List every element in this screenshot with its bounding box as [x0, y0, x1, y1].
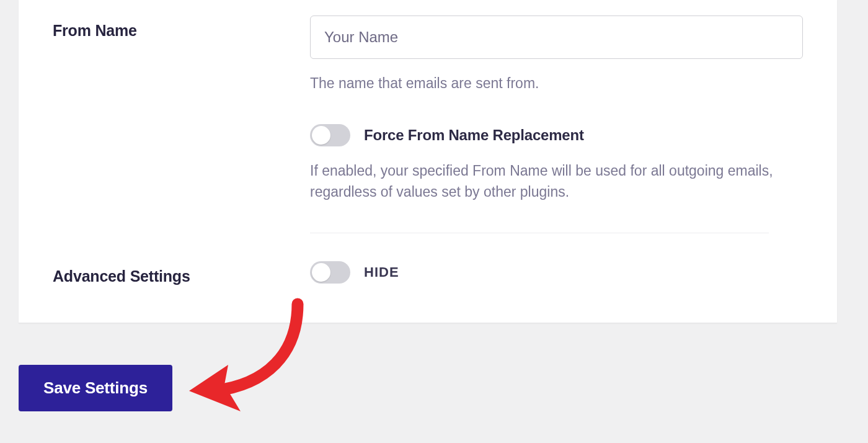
advanced-settings-label: Advanced Settings — [53, 261, 310, 285]
force-from-name-label: Force From Name Replacement — [364, 127, 584, 144]
advanced-settings-body: HIDE — [310, 261, 837, 284]
toggle-knob — [312, 126, 330, 145]
from-name-help: The name that emails are sent from. — [310, 73, 803, 94]
settings-panel: From Name The name that emails are sent … — [19, 0, 837, 323]
section-divider — [310, 233, 769, 233]
force-from-name-toggle-line: Force From Name Replacement — [310, 124, 803, 146]
force-from-name-help: If enabled, your specified From Name wil… — [310, 160, 803, 203]
save-settings-button[interactable]: Save Settings — [19, 365, 172, 411]
from-name-input[interactable] — [310, 16, 803, 59]
advanced-settings-row: Advanced Settings HIDE — [53, 233, 837, 298]
toggle-knob — [312, 263, 330, 282]
from-name-row: From Name The name that emails are sent … — [53, 0, 837, 233]
advanced-toggle-line: HIDE — [310, 261, 803, 284]
advanced-settings-toggle[interactable] — [310, 261, 350, 284]
force-from-name-toggle[interactable] — [310, 124, 350, 146]
from-name-body: The name that emails are sent from. Forc… — [310, 16, 837, 233]
from-name-label: From Name — [53, 16, 310, 40]
advanced-toggle-status: HIDE — [364, 264, 399, 280]
